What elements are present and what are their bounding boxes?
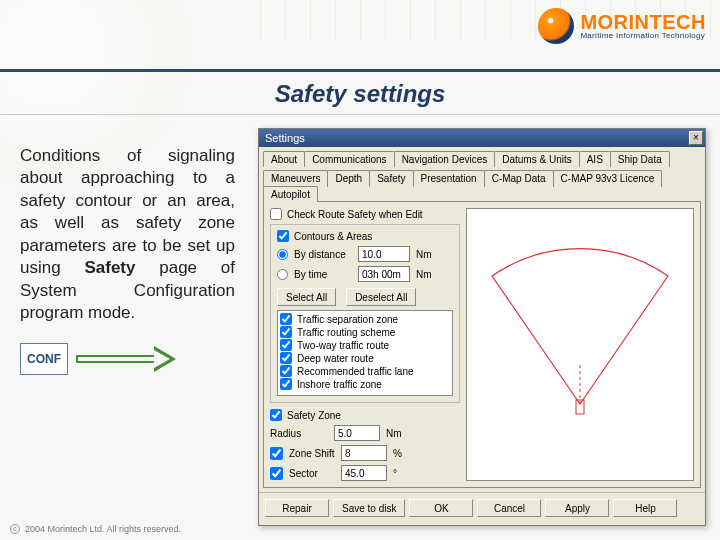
- tab-navigation-devices[interactable]: Navigation Devices: [394, 151, 496, 167]
- by-distance-radio[interactable]: [277, 249, 288, 260]
- select-all-button[interactable]: Select All: [277, 288, 336, 306]
- brand-m: M: [580, 11, 597, 33]
- save-to-disk-button[interactable]: Save to disk: [333, 499, 405, 517]
- deselect-all-button[interactable]: Deselect All: [346, 288, 416, 306]
- zoneshift-input[interactable]: [341, 445, 387, 461]
- tabs-row-2: Maneuvers Depth Safety Presentation C-Ma…: [259, 166, 705, 201]
- copyright-icon: c: [10, 524, 20, 534]
- window-caption: Settings ×: [259, 129, 705, 147]
- tab-communications[interactable]: Communications: [304, 151, 394, 167]
- close-icon[interactable]: ×: [689, 131, 703, 145]
- contours-areas-checkbox[interactable]: Contours & Areas: [277, 230, 453, 242]
- brand-o: O: [598, 11, 614, 33]
- zone-item[interactable]: Inshore traffic zone: [280, 378, 450, 390]
- title-bar: Safety settings: [0, 72, 720, 115]
- zone-item[interactable]: Recommended traffic lane: [280, 365, 450, 377]
- sector-icon: [475, 229, 685, 449]
- zone-item[interactable]: Deep water route: [280, 352, 450, 364]
- tab-datums-units[interactable]: Datums & Units: [494, 151, 579, 167]
- dialog-button-bar: Repair Save to disk OK Cancel Apply Help: [259, 492, 705, 525]
- footer: c 2004 Morintech Ltd. All rights reserve…: [10, 524, 181, 534]
- tab-ship-data[interactable]: Ship Data: [610, 151, 670, 167]
- zone-item[interactable]: Two-way traffic route: [280, 339, 450, 351]
- tab-cmap-data[interactable]: C-Map Data: [484, 170, 554, 187]
- zone-item[interactable]: Traffic routing scheme: [280, 326, 450, 338]
- tab-maneuvers[interactable]: Maneuvers: [263, 170, 328, 187]
- ok-button[interactable]: OK: [409, 499, 473, 517]
- brand-logo: MORINTECH Maritime Information Technolog…: [538, 8, 706, 44]
- safety-zone-preview: [466, 208, 694, 481]
- sector-input[interactable]: [341, 465, 387, 481]
- description: Conditions of signaling about approachin…: [20, 145, 235, 325]
- safety-zone-checkbox[interactable]: Safety Zone: [270, 409, 460, 421]
- tab-cmap-licence[interactable]: C-MAP 93v3 Licence: [553, 170, 663, 187]
- cancel-button[interactable]: Cancel: [477, 499, 541, 517]
- safety-panel: Check Route Safety when Edit Contours & …: [263, 201, 701, 488]
- radius-input[interactable]: [334, 425, 380, 441]
- tab-about[interactable]: About: [263, 151, 305, 167]
- tab-autopilot[interactable]: Autopilot: [263, 186, 318, 202]
- brand-rest: RINTECH: [614, 11, 706, 33]
- help-button[interactable]: Help: [613, 499, 677, 517]
- sector-checkbox[interactable]: [270, 467, 283, 480]
- settings-window: Settings × About Communications Navigati…: [258, 128, 706, 526]
- conf-button[interactable]: CONF: [20, 343, 68, 375]
- tab-depth[interactable]: Depth: [327, 170, 370, 187]
- logo-icon: [538, 8, 574, 44]
- apply-button[interactable]: Apply: [545, 499, 609, 517]
- distance-input[interactable]: [358, 246, 410, 262]
- by-time-radio[interactable]: [277, 269, 288, 280]
- tab-presentation[interactable]: Presentation: [413, 170, 485, 187]
- tab-safety[interactable]: Safety: [369, 170, 413, 187]
- repair-button[interactable]: Repair: [265, 499, 329, 517]
- time-input[interactable]: [358, 266, 410, 282]
- zoneshift-checkbox[interactable]: [270, 447, 283, 460]
- brand-tagline: Maritime Information Technology: [580, 32, 706, 40]
- check-route-safety[interactable]: Check Route Safety when Edit: [270, 208, 460, 220]
- arrow-icon: [76, 348, 176, 370]
- zone-item[interactable]: Traffic separation zone: [280, 313, 450, 325]
- header: MORINTECH Maritime Information Technolog…: [0, 0, 720, 72]
- zones-listbox[interactable]: Traffic separation zone Traffic routing …: [277, 310, 453, 396]
- tab-ais[interactable]: AIS: [579, 151, 611, 167]
- page-title: Safety settings: [0, 80, 720, 108]
- tabs-row-1: About Communications Navigation Devices …: [259, 147, 705, 166]
- contours-areas-group: Contours & Areas By distance Nm By time …: [270, 224, 460, 403]
